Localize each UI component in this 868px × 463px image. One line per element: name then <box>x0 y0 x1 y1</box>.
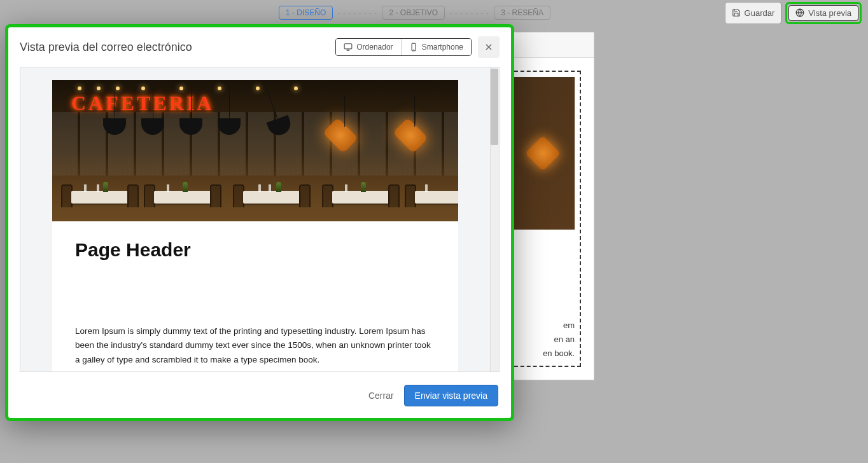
preview-button-highlight: Vista previa <box>785 2 862 24</box>
email-content: CAFETERIA <box>52 80 458 371</box>
modal-header: Vista previa del correo electrónico Orde… <box>8 27 511 67</box>
preview-scroll-area[interactable]: CAFETERIA <box>20 67 490 371</box>
top-bar: 1 - DISEÑO - - - - - - - - 2 - OBJETIVO … <box>0 0 868 25</box>
lamp-graphic <box>525 135 561 172</box>
email-body-text: Lorem Ipsum is simply dummy text of the … <box>52 267 458 371</box>
smartphone-icon <box>409 43 418 52</box>
device-desktop-button[interactable]: Ordenador <box>336 39 401 55</box>
scrollbar-thumb[interactable] <box>491 69 498 145</box>
step-review[interactable]: 3 - RESEÑA <box>494 6 550 20</box>
device-mobile-button[interactable]: Smartphone <box>402 39 471 55</box>
device-mobile-label: Smartphone <box>422 43 463 52</box>
hero-image: CAFETERIA <box>52 80 458 221</box>
preview-frame: CAFETERIA <box>20 67 500 372</box>
device-desktop-label: Ordenador <box>356 43 393 52</box>
save-button-label: Guardar <box>745 8 775 18</box>
email-page-header: Page Header <box>52 221 458 267</box>
step-separator: - - - - - - - - <box>338 10 377 17</box>
save-icon <box>732 8 741 17</box>
send-preview-button[interactable]: Enviar vista previa <box>404 385 498 406</box>
top-actions: Guardar Vista previa <box>725 2 862 24</box>
globe-icon <box>795 8 804 17</box>
step-objective[interactable]: 2 - OBJETIVO <box>382 6 445 20</box>
preview-modal-highlight: Vista previa del correo electrónico Orde… <box>5 24 514 421</box>
wizard-steps: 1 - DISEÑO - - - - - - - - 2 - OBJETIVO … <box>279 6 550 20</box>
preview-modal: Vista previa del correo electrónico Orde… <box>8 27 511 418</box>
modal-title: Vista previa del correo electrónico <box>20 41 192 54</box>
device-toggle: Ordenador Smartphone <box>335 38 472 56</box>
svg-rect-2 <box>344 44 352 49</box>
scrollbar-track[interactable] <box>490 67 499 371</box>
step-separator: - - - - - - - - <box>450 10 489 17</box>
desktop-icon <box>344 43 353 52</box>
preview-button[interactable]: Vista previa <box>788 5 858 21</box>
svg-rect-5 <box>412 43 416 51</box>
preview-button-label: Vista previa <box>808 8 851 18</box>
modal-body: CAFETERIA <box>8 67 511 376</box>
modal-footer: Cerrar Enviar vista previa <box>8 376 511 418</box>
close-link[interactable]: Cerrar <box>368 390 394 401</box>
save-button[interactable]: Guardar <box>725 2 782 24</box>
close-icon <box>484 42 494 52</box>
close-button[interactable] <box>478 36 500 58</box>
step-design[interactable]: 1 - DISEÑO <box>279 6 333 20</box>
